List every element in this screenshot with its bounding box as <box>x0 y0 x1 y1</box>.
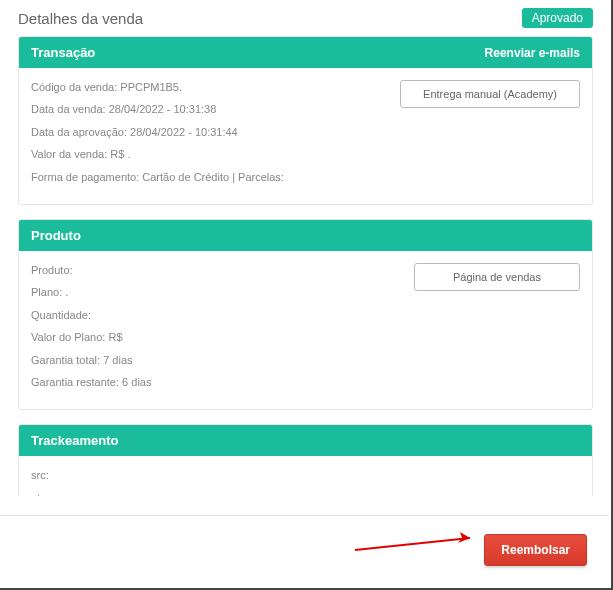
sale-value-field: Valor da venda: R$ . <box>31 147 580 162</box>
quantity-field: Quantidade: <box>31 308 580 323</box>
transaction-header-title: Transação <box>31 45 95 60</box>
refund-button[interactable]: Reembolsar <box>484 534 587 566</box>
approval-date-field: Data da aprovação: 28/04/2022 - 10:31:44 <box>31 125 580 140</box>
warranty-remaining-field: Garantia restante: 6 dias <box>31 375 580 390</box>
product-header: Produto <box>19 220 592 251</box>
product-header-title: Produto <box>31 228 81 243</box>
transaction-body: Entrega manual (Academy) Código da venda… <box>19 68 592 204</box>
tracking-body: src: utm_source: utm_medium: <box>19 456 592 496</box>
resend-emails-link[interactable]: Reenviar e-mails <box>485 46 580 60</box>
warranty-total-field: Garantia total: 7 dias <box>31 353 580 368</box>
product-body: Página de vendas Produto: Plano: . Quant… <box>19 251 592 409</box>
modal-body: Transação Reenviar e-mails Entrega manua… <box>0 36 611 496</box>
transaction-section: Transação Reenviar e-mails Entrega manua… <box>18 36 593 205</box>
utm-source-field: utm_source: <box>31 491 580 496</box>
modal-footer: Reembolsar <box>0 515 609 588</box>
transaction-header: Transação Reenviar e-mails <box>19 37 592 68</box>
modal-title: Detalhes da venda <box>18 10 143 27</box>
sales-page-button[interactable]: Página de vendas <box>414 263 580 291</box>
status-badge: Aprovado <box>522 8 593 28</box>
payment-method-field: Forma de pagamento: Cartão de Crédito | … <box>31 170 580 185</box>
tracking-header: Trackeamento <box>19 425 592 456</box>
src-field: src: <box>31 468 580 483</box>
plan-value-field: Valor do Plano: R$ <box>31 330 580 345</box>
modal-header: Detalhes da venda Aprovado <box>0 0 611 36</box>
tracking-header-title: Trackeamento <box>31 433 118 448</box>
product-section: Produto Página de vendas Produto: Plano:… <box>18 219 593 410</box>
manual-delivery-button[interactable]: Entrega manual (Academy) <box>400 80 580 108</box>
tracking-section: Trackeamento src: utm_source: utm_medium… <box>18 424 593 496</box>
